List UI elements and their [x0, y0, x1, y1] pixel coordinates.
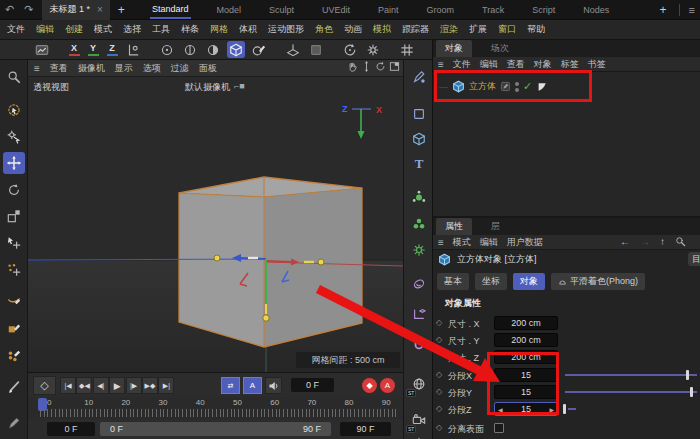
- text-create-icon[interactable]: T: [408, 153, 430, 175]
- keyframe-dot-icon[interactable]: ◇: [436, 423, 442, 432]
- back-icon[interactable]: ←: [620, 236, 630, 247]
- range-end-field[interactable]: 90 F: [340, 422, 391, 436]
- attr-value-field[interactable]: 200 cm: [494, 350, 558, 364]
- layouts-menu-icon[interactable]: ≡: [684, 4, 700, 16]
- go-start-button[interactable]: |◀: [60, 377, 76, 394]
- attr-menu-userdata[interactable]: 用户数据: [507, 236, 543, 249]
- pen-sphere-icon[interactable]: [250, 41, 268, 58]
- prev-frame-button[interactable]: ◀|: [93, 377, 109, 394]
- object-manager-menu-icon[interactable]: ≡: [438, 59, 444, 70]
- slider-handle[interactable]: [686, 370, 689, 380]
- layout-tab-track[interactable]: Track: [480, 2, 506, 18]
- axis-x-lock[interactable]: X: [67, 43, 81, 56]
- visibility-dots-icon[interactable]: [515, 82, 519, 92]
- rotate-tool[interactable]: [3, 179, 25, 201]
- menu-edit[interactable]: 编辑: [36, 23, 54, 36]
- spline-pen-icon[interactable]: [181, 41, 199, 58]
- maximize-view-icon[interactable]: [389, 61, 400, 72]
- keyframe-dot-icon[interactable]: ◇: [436, 370, 442, 379]
- undo-icon[interactable]: ↶: [0, 3, 19, 16]
- viewport-menu-options[interactable]: 选项: [143, 62, 161, 75]
- rotate-gizmo-icon[interactable]: [341, 41, 359, 58]
- section-tab-object[interactable]: 对象: [513, 273, 545, 290]
- range-start-field[interactable]: 0 F: [47, 422, 95, 436]
- next-frame-button[interactable]: |▶: [126, 377, 142, 394]
- square-primitive-icon[interactable]: [408, 103, 430, 125]
- range-slider[interactable]: 0 F 90 F: [100, 422, 331, 436]
- om-menu-objects[interactable]: 对象: [534, 58, 552, 71]
- edit-toggle-icon[interactable]: [500, 81, 511, 92]
- viewport-3d[interactable]: ≡ 查看摄像机显示选项过滤面板 透视视图 默认摄像机 ⌐■ Z X 网格间距 :…: [28, 60, 403, 372]
- view-type-label[interactable]: 透视视图: [33, 81, 69, 94]
- deformer-gear-icon[interactable]: [408, 239, 430, 261]
- menu-volume[interactable]: 体积: [239, 23, 257, 36]
- mode-badge[interactable]: 目: [688, 252, 700, 266]
- document-tab[interactable]: 未标题 1 * ×: [42, 0, 109, 20]
- menu-mograph[interactable]: 运动图形: [268, 23, 304, 36]
- attr-value-field[interactable]: ◀15▶: [494, 402, 558, 416]
- timeline-ruler[interactable]: 0102030405060708090: [28, 397, 403, 419]
- layout-tab-standard[interactable]: Standard: [150, 1, 191, 19]
- viewport-menu-icon[interactable]: ≡: [34, 63, 40, 74]
- tab-attributes[interactable]: 属性: [436, 218, 472, 235]
- menu-mesh[interactable]: 网格: [210, 23, 228, 36]
- slider-handle[interactable]: [563, 404, 566, 414]
- viewport-menu-view[interactable]: 查看: [50, 62, 68, 75]
- points-move-icon[interactable]: [3, 259, 25, 281]
- zoom-icon[interactable]: [3, 66, 25, 88]
- om-menu-bookmarks[interactable]: 书签: [588, 58, 606, 71]
- attr-menu-mode[interactable]: 模式: [453, 236, 471, 249]
- slider-handle[interactable]: [690, 387, 693, 397]
- cube-primitive-icon[interactable]: [227, 41, 245, 58]
- axis-y-lock[interactable]: Y: [86, 43, 100, 56]
- menu-mode[interactable]: 模式: [94, 23, 112, 36]
- volume-icon[interactable]: [408, 273, 430, 295]
- scale-tool[interactable]: [3, 205, 25, 227]
- forward-icon[interactable]: →: [640, 236, 650, 247]
- autokey-record-button[interactable]: A: [380, 378, 395, 393]
- menu-create[interactable]: 创建: [65, 23, 83, 36]
- menu-spline[interactable]: 样条: [181, 23, 199, 36]
- attr-menu-edit[interactable]: 编辑: [480, 236, 498, 249]
- grid-snap-icon[interactable]: [398, 41, 416, 58]
- section-tab-phong[interactable]: 平滑着色(Phong): [551, 273, 645, 290]
- keyframe-dot-icon[interactable]: ◇: [436, 387, 442, 396]
- object-name-label[interactable]: 立方体: [469, 80, 496, 93]
- pan-vertical-icon[interactable]: [361, 61, 372, 72]
- section-tab-coordinates[interactable]: 坐标: [475, 273, 507, 290]
- light-icon[interactable]: [408, 433, 430, 439]
- phong-tag-icon[interactable]: [536, 81, 548, 93]
- loop-button[interactable]: ⇄: [221, 377, 240, 394]
- gear-axis-icon[interactable]: [364, 41, 382, 58]
- rotate-view-icon[interactable]: [375, 61, 386, 72]
- menu-file[interactable]: 文件: [7, 23, 25, 36]
- object-tree[interactable]: — 立方体 ✓: [433, 72, 700, 216]
- magnet-icon[interactable]: [408, 333, 430, 355]
- layout-tab-script[interactable]: Script: [530, 2, 557, 18]
- layout-tab-sculpt[interactable]: Sculpt: [267, 2, 296, 18]
- viewport-menu-cameras[interactable]: 摄像机: [78, 62, 105, 75]
- spline-dots-icon[interactable]: [3, 344, 25, 366]
- viewport-menu-panel[interactable]: 面板: [199, 62, 217, 75]
- om-menu-tags[interactable]: 标签: [561, 58, 579, 71]
- attr-value-field[interactable]: 200 cm: [494, 333, 558, 347]
- sound-button[interactable]: [265, 377, 282, 394]
- redo-icon[interactable]: ↷: [19, 3, 38, 16]
- axis-z-lock[interactable]: Z: [105, 43, 119, 56]
- object-row-cube[interactable]: — 立方体 ✓: [439, 80, 548, 93]
- layout-tab-groom[interactable]: Groom: [425, 2, 457, 18]
- tweak-icon[interactable]: [3, 126, 25, 148]
- menu-help[interactable]: 帮助: [527, 23, 545, 36]
- globe-icon[interactable]: ST: [408, 373, 430, 395]
- attr-slider[interactable]: [565, 374, 697, 376]
- floor-icon[interactable]: [284, 41, 302, 58]
- attr-value-field[interactable]: 200 cm: [494, 316, 558, 330]
- keyframe-dot-icon[interactable]: ◇: [436, 335, 442, 344]
- prev-key-button[interactable]: ◆◀: [76, 377, 92, 394]
- workplane-axis-icon[interactable]: [408, 303, 430, 325]
- keyframe-dot-icon[interactable]: ◇: [436, 404, 442, 413]
- layout-tab-model[interactable]: Model: [215, 2, 244, 18]
- attribute-menu-icon[interactable]: ≡: [438, 237, 444, 248]
- material-square-icon[interactable]: [307, 41, 325, 58]
- menu-tools[interactable]: 工具: [152, 23, 170, 36]
